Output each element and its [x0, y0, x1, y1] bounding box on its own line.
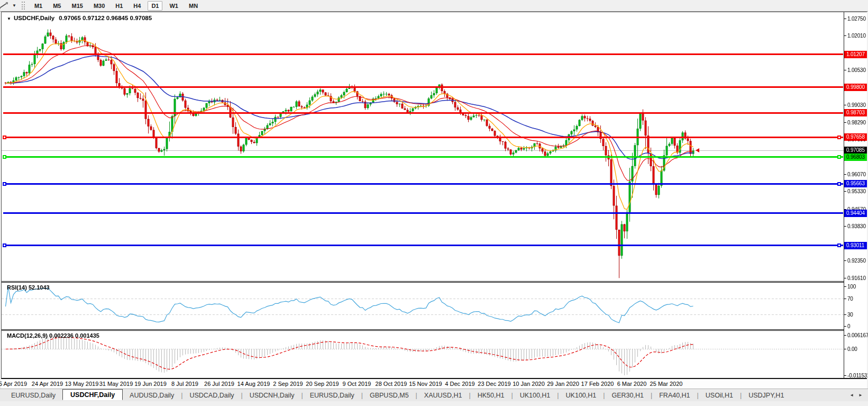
- date-label: 9 Oct 2019: [343, 381, 371, 387]
- tab-scroll-left-icon[interactable]: ◄: [849, 393, 854, 398]
- level-price-box: 0.97658: [844, 133, 867, 141]
- timeframe-button-h4[interactable]: H4: [130, 1, 144, 11]
- level-drag-handle[interactable]: [837, 243, 841, 247]
- price-tick-label: 1.02010: [844, 32, 867, 39]
- tab-usdcnh-daily-4[interactable]: USDCNH,Daily: [243, 391, 301, 400]
- level-drag-handle[interactable]: [3, 182, 6, 186]
- toolbar: ▼ M1M5M15M30H1H4D1W1MN: [0, 0, 868, 12]
- collapse-caret-icon[interactable]: ▼: [7, 16, 11, 21]
- price-tick-label: 0.98290: [844, 119, 867, 126]
- date-label: 8 Jul 2019: [171, 381, 198, 387]
- date-label: 17 Feb 2020: [581, 381, 614, 387]
- last-price-marker-icon: [696, 148, 699, 152]
- horizontal-level-line-0.95663[interactable]: [3, 183, 843, 185]
- horizontal-level-line-0.98703[interactable]: [3, 112, 843, 114]
- date-label: 5 Apr 2019: [0, 381, 27, 387]
- tool-dropdown-caret-icon[interactable]: ▼: [12, 3, 16, 8]
- time-axis[interactable]: 5 Apr 201924 Apr 201913 May 201931 May 2…: [1, 379, 867, 389]
- tab-usdjpy-h1-14[interactable]: USDJPY,H1: [742, 391, 791, 400]
- rsi-label: RSI(14) 52.1043: [7, 284, 50, 291]
- date-label: 31 May 2019: [99, 381, 133, 387]
- horizontal-level-line-0.97658[interactable]: [3, 137, 843, 138]
- tab-usoil-h1-13[interactable]: USOil,H1: [699, 391, 740, 400]
- price-chart-canvas[interactable]: [2, 12, 844, 378]
- panel-divider[interactable]: [2, 281, 866, 282]
- timeframe-button-m5[interactable]: M5: [49, 1, 65, 11]
- level-drag-handle[interactable]: [837, 136, 841, 139]
- tab-usdchf-daily-1[interactable]: USDCHF,Daily: [62, 389, 123, 400]
- horizontal-level-line-0.99800[interactable]: [3, 86, 843, 88]
- level-price-box: 0.96803: [844, 154, 867, 161]
- rsi-tick-label: 30: [844, 311, 867, 318]
- level-drag-handle[interactable]: [3, 155, 6, 159]
- date-label: 26 Jul 2019: [204, 381, 234, 387]
- panel-divider[interactable]: [2, 330, 866, 331]
- panel-divider[interactable]: [2, 329, 866, 330]
- price-tick-label: 0.95330: [844, 188, 867, 195]
- level-price-box: 0.93011: [844, 242, 867, 249]
- level-drag-handle[interactable]: [837, 155, 841, 159]
- price-tick-label: 1.00530: [844, 67, 867, 74]
- level-drag-handle[interactable]: [3, 136, 6, 139]
- tab-fra40-h1-12[interactable]: FRA40,H1: [652, 391, 697, 400]
- tab-usdcad-daily-3[interactable]: USDCAD,Daily: [182, 391, 241, 400]
- tab-ger30-h1-11[interactable]: GER30,H1: [605, 391, 651, 400]
- tab-scroll-right-icon[interactable]: ►: [858, 393, 863, 398]
- tab-uk100-h1-10[interactable]: UK100,H1: [559, 391, 604, 400]
- level-price-box: 0.95663: [844, 180, 867, 187]
- timeframe-button-d1[interactable]: D1: [148, 1, 162, 11]
- trading-platform-window: ▼ M1M5M15M30H1H4D1W1MN ▼USDCHF,Daily0.97…: [0, 0, 868, 406]
- macd-tick-label: 0.006167: [844, 332, 867, 339]
- price-tick-label: 1.02750: [844, 15, 867, 22]
- price-tick-label: 0.93830: [844, 223, 867, 230]
- horizontal-level-line-0.96803[interactable]: [3, 156, 843, 158]
- date-label: 29 Jan 2020: [547, 381, 579, 387]
- macd-tick-label: -0.011531: [844, 372, 867, 379]
- price-tick-label: 0.96070: [844, 171, 867, 178]
- chart-window: ▼USDCHF,Daily0.97065 0.97122 0.96845 0.9…: [1, 12, 867, 379]
- timeframe-toolbar: M1M5M15M30H1H4D1W1MN: [29, 1, 203, 11]
- horizontal-level-line-0.94404[interactable]: [3, 212, 843, 214]
- level-drag-handle[interactable]: [837, 182, 841, 186]
- timeframe-button-m15[interactable]: M15: [68, 1, 86, 11]
- level-price-box: 1.01207: [844, 51, 867, 58]
- rsi-tick-label: 0: [844, 323, 867, 330]
- date-label: 28 Oct 2019: [376, 381, 407, 387]
- timeframe-button-h1[interactable]: H1: [112, 1, 126, 11]
- tab-uk100-h1-9[interactable]: UK100,H1: [513, 391, 558, 400]
- date-label: 10 Jan 2020: [513, 381, 545, 387]
- date-label: 14 Aug 2019: [237, 381, 270, 387]
- chart-symbol-label: USDCHF,Daily: [14, 15, 54, 21]
- timeframe-button-m30[interactable]: M30: [90, 1, 108, 11]
- tab-gbpusd-m5-6[interactable]: GBPUSD,M5: [363, 391, 416, 400]
- tab-hk50-h1-8[interactable]: HK50,H1: [471, 391, 511, 400]
- timeframe-button-w1[interactable]: W1: [166, 1, 182, 11]
- date-label: 25 Mar 2020: [650, 381, 683, 387]
- tab-eurusd-daily-5[interactable]: EURUSD,Daily: [303, 391, 361, 400]
- level-drag-handle[interactable]: [3, 243, 6, 247]
- date-label: 6 Mar 2020: [617, 381, 647, 387]
- tab-xauusd-h1-7[interactable]: XAUUSD,H1: [417, 391, 469, 400]
- tab-audusd-daily-2[interactable]: AUDUSD,Daily: [123, 391, 181, 400]
- timeframe-button-m1[interactable]: M1: [31, 1, 46, 11]
- macd-tick-label: 0.00: [844, 346, 867, 353]
- date-label: 13 May 2019: [65, 381, 99, 387]
- panel-divider[interactable]: [2, 282, 866, 283]
- rsi-tick-label: 70: [844, 295, 867, 302]
- horizontal-level-line-1.01207[interactable]: [3, 53, 843, 55]
- toolbar-drag-handle[interactable]: [22, 2, 25, 10]
- level-price-box: 0.99800: [844, 84, 867, 91]
- date-label: 20 Sep 2019: [306, 381, 339, 387]
- trendline-tool-icon[interactable]: [0, 2, 9, 10]
- level-price-box: 0.98703: [844, 109, 867, 116]
- horizontal-level-line-0.93011[interactable]: [3, 245, 843, 246]
- date-label: 4 Dec 2019: [445, 381, 474, 387]
- date-label: 23 Dec 2019: [478, 381, 510, 387]
- timeframe-button-mn[interactable]: MN: [185, 1, 202, 11]
- tab-eurusd-daily-0[interactable]: EURUSD,Daily: [4, 391, 62, 400]
- date-label: 2 Sep 2019: [273, 381, 303, 387]
- price-axis[interactable]: 1.027501.020101.005300.990300.982900.975…: [844, 12, 867, 378]
- level-price-box: 0.94404: [844, 210, 867, 217]
- price-tick-label: 0.92350: [844, 257, 867, 264]
- date-label: 24 Apr 2019: [32, 381, 63, 387]
